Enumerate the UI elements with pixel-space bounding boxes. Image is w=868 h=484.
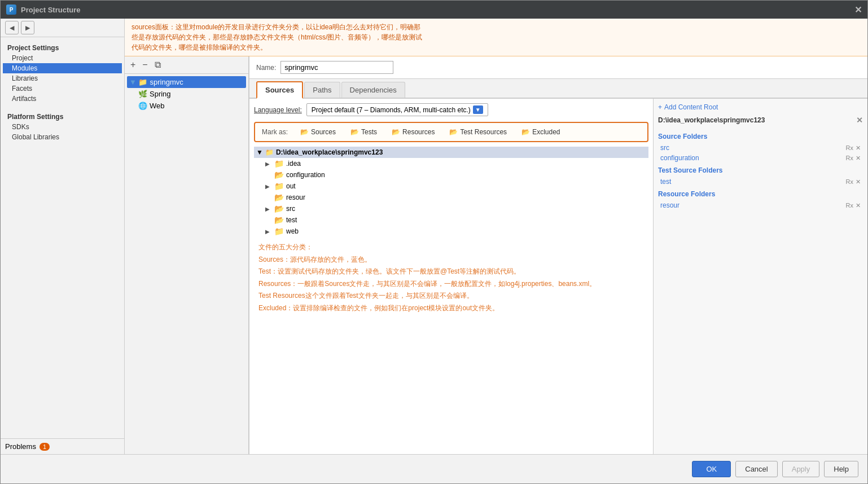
rp-resour-close[interactable]: ✕ xyxy=(856,202,861,209)
ok-button[interactable]: OK xyxy=(692,461,731,477)
horizontal-layout: + − ⧉ ▼ 📁 springmvc 🌿 Spring xyxy=(125,56,867,454)
module-web-label: Web xyxy=(150,102,165,110)
resour-folder-icon: 📂 xyxy=(274,193,284,202)
mark-test-resources-button[interactable]: 📂 Test Resources xyxy=(445,126,511,138)
rp-src-rx[interactable]: Rx xyxy=(846,144,853,152)
tab-dependencies-label: Dependencies xyxy=(350,86,397,94)
rp-test-actions: Rx ✕ xyxy=(846,178,861,186)
add-content-root-label: Add Content Root xyxy=(664,103,718,111)
app-icon: P xyxy=(6,5,16,15)
sources-folder-icon: 📂 xyxy=(300,128,309,136)
sidebar-item-facets[interactable]: Facets xyxy=(3,83,122,94)
rp-item-configuration: configuration Rx ✕ xyxy=(658,153,863,163)
rp-src-label: src xyxy=(660,144,669,152)
file-tree-idea[interactable]: ▶ 📁 .idea xyxy=(254,158,648,169)
sidebar-item-sdks[interactable]: SDKs xyxy=(3,122,122,132)
rp-configuration-label: configuration xyxy=(660,154,699,162)
sidebar-item-libraries[interactable]: Libraries xyxy=(3,73,122,83)
sidebar-item-label: SDKs xyxy=(12,123,29,131)
add-content-root-button[interactable]: + Add Content Root xyxy=(658,103,863,111)
name-input[interactable] xyxy=(280,61,393,74)
out-folder-icon: 📁 xyxy=(274,182,284,191)
src-label: src xyxy=(286,205,295,213)
module-tree-spring[interactable]: 🌿 Spring xyxy=(127,88,246,100)
rp-test-rx[interactable]: Rx xyxy=(846,178,853,186)
name-label: Name: xyxy=(256,64,276,72)
module-toolbar: + − ⧉ xyxy=(125,56,248,74)
module-tree-root[interactable]: ▼ 📁 springmvc xyxy=(127,76,246,88)
sidebar-item-artifacts[interactable]: Artifacts xyxy=(3,94,122,104)
project-settings-section: Project Settings xyxy=(3,39,122,53)
tabs-bar: Sources Paths Dependencies xyxy=(249,79,867,99)
detail-panel: Name: Sources Paths Dependencies xyxy=(249,56,867,454)
cancel-button[interactable]: Cancel xyxy=(735,461,777,477)
apply-button[interactable]: Apply xyxy=(782,461,820,477)
close-button[interactable]: ✕ xyxy=(854,5,862,15)
language-level-value: Project default (7 – Diamonds, ARM, mult… xyxy=(312,106,471,114)
mark-resources-button[interactable]: 📂 Resources xyxy=(387,126,439,138)
rp-configuration-close[interactable]: ✕ xyxy=(856,155,861,162)
mark-tests-button[interactable]: 📂 Tests xyxy=(346,126,382,138)
sidebar-item-label: Artifacts xyxy=(12,95,36,103)
excluded-folder-icon: 📂 xyxy=(521,128,530,136)
folder-icon: ▼ 📁 xyxy=(129,78,147,86)
notes-title: 文件的五大分类： xyxy=(258,241,644,254)
file-tree-src[interactable]: ▶ 📂 src xyxy=(254,203,648,214)
tab-dependencies[interactable]: Dependencies xyxy=(341,82,405,98)
rp-configuration-rx[interactable]: Rx xyxy=(846,155,853,162)
annotation-line2: 些是存放源代码的文件夹，那些是存放静态文件文件夹（html/css/图片、音频等… xyxy=(131,33,422,41)
expand-idea-icon[interactable]: ▶ xyxy=(265,161,272,167)
language-level-label: Language level: xyxy=(254,106,302,114)
tab-sources[interactable]: Sources xyxy=(256,81,303,99)
help-button[interactable]: Help xyxy=(824,461,858,477)
rp-test-close[interactable]: ✕ xyxy=(856,178,861,186)
module-tree-web[interactable]: 🌐 Web xyxy=(127,100,246,112)
language-level-row: Language level: Project default (7 – Dia… xyxy=(254,103,648,116)
annotation-banner: sources面板：这里对module的开发目录进行文件夹分类，以让idea明白… xyxy=(125,19,867,56)
module-spring-label: Spring xyxy=(150,90,171,98)
test-source-folders-title: Test Source Folders xyxy=(658,166,863,174)
web-label: web xyxy=(286,227,299,235)
file-tree-root[interactable]: ▼ 📁 D:\idea_workplace\springmvc123 xyxy=(254,147,648,158)
notes-line4: Excluded：设置排除编译检查的文件，例如我们在project模块设置的ou… xyxy=(258,302,644,315)
sidebar-item-modules[interactable]: Modules xyxy=(3,63,122,73)
module-panel: + − ⧉ ▼ 📁 springmvc 🌿 Spring xyxy=(125,56,249,454)
add-icon: + xyxy=(658,103,662,111)
language-level-select[interactable]: Project default (7 – Diamonds, ARM, mult… xyxy=(306,103,488,116)
file-tree-test[interactable]: ▶ 📂 test xyxy=(254,214,648,226)
configuration-label: configuration xyxy=(286,171,325,179)
add-module-button[interactable]: + xyxy=(128,59,138,71)
remove-content-root-button[interactable]: ✕ xyxy=(856,116,863,125)
remove-module-button[interactable]: − xyxy=(140,59,150,71)
file-tree-web[interactable]: ▶ 📁 web xyxy=(254,226,648,237)
test-label: test xyxy=(286,216,297,224)
rp-resour-rx[interactable]: Rx xyxy=(846,202,853,209)
tab-paths[interactable]: Paths xyxy=(304,82,340,98)
rp-item-src: src Rx ✕ xyxy=(658,143,863,153)
annotation-notes: 文件的五大分类： Sources：源代码存放的文件，蓝色。 Test：设置测试代… xyxy=(254,237,648,319)
file-tree-resour[interactable]: ▶ 📂 resour xyxy=(254,192,648,203)
sidebar-item-label: Libraries xyxy=(12,74,38,82)
rp-src-close[interactable]: ✕ xyxy=(856,144,861,152)
forward-button[interactable]: ▶ xyxy=(21,21,34,34)
problems-label: Problems xyxy=(5,442,36,451)
problems-row[interactable]: Problems 1 xyxy=(1,438,124,454)
tab-sources-label: Sources xyxy=(265,86,294,94)
expand-out-icon[interactable]: ▶ xyxy=(265,183,272,190)
sidebar-item-global-libraries[interactable]: Global Libraries xyxy=(3,132,122,142)
mark-excluded-label: Excluded xyxy=(532,128,560,136)
copy-module-button[interactable]: ⧉ xyxy=(152,59,163,71)
sidebar-item-project[interactable]: Project xyxy=(3,53,122,63)
resources-folder-icon: 📂 xyxy=(392,128,400,136)
mark-excluded-button[interactable]: 📂 Excluded xyxy=(517,126,564,138)
platform-settings-section: Platform Settings SDKs Global Libraries xyxy=(3,108,122,142)
mark-as-label: Mark as: xyxy=(262,128,288,136)
back-button[interactable]: ◀ xyxy=(5,21,19,34)
out-label: out xyxy=(286,182,296,190)
expand-src-icon[interactable]: ▶ xyxy=(265,206,272,212)
file-tree-out[interactable]: ▶ 📁 out xyxy=(254,181,648,192)
expand-web-icon[interactable]: ▶ xyxy=(265,228,272,235)
mark-sources-button[interactable]: 📂 Sources xyxy=(296,126,340,138)
notes-line2: Resources：一般跟着Sources文件走，与其区别是不会编译，一般放配置… xyxy=(258,278,644,291)
file-tree-configuration[interactable]: ▶ 📂 configuration xyxy=(254,169,648,181)
